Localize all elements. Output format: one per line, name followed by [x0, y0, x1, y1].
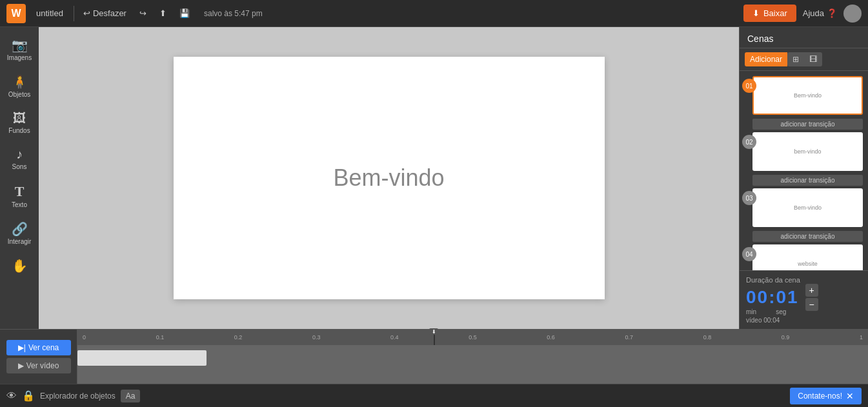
download-icon: ⬇ — [752, 8, 760, 18]
redo-icon: ↪ — [139, 8, 146, 18]
timeline-left: ▶| Ver cena ▶ Ver vídeo — [0, 330, 77, 384]
canvas-area: Bem-vindo — [39, 27, 739, 329]
scene-number-3: 03 — [742, 191, 756, 205]
track-block — [77, 350, 207, 366]
timeline-section: ▶| Ver cena ▶ Ver vídeo 0 0.1 0.2 0.3 0.… — [0, 329, 868, 384]
redo-button[interactable]: ↪ — [136, 6, 150, 21]
sidebar-item-objetos[interactable]: 🧍 Objetos — [0, 69, 39, 103]
duration-controls: 00:01 + − — [746, 284, 862, 311]
person-icon: 🧍 — [12, 74, 28, 90]
undo-button[interactable]: ↩ Desfazer — [79, 6, 130, 21]
scene-thumb-1[interactable]: Bem-vindo — [752, 76, 863, 115]
save-icon: 💾 — [179, 8, 190, 18]
ruler-bar[interactable]: 0 0.1 0.2 0.3 0.4 0.5 0.6 0.7 0.8 0.9 1 … — [77, 330, 868, 345]
download-button[interactable]: ⬇ Baixar — [743, 5, 796, 22]
scene-thumb-3[interactable]: Bem-vindo — [752, 188, 863, 227]
ver-cena-button[interactable]: ▶| Ver cena — [6, 340, 71, 355]
document-title: untitled — [31, 8, 68, 18]
sidebar-label-imagens: Imagens — [7, 54, 32, 61]
landscape-icon: 🖼 — [13, 111, 26, 126]
duration-units: min seg — [746, 308, 862, 315]
add-transition-2[interactable]: adicionar transição — [752, 175, 863, 186]
undo-icon: ↩ — [83, 8, 90, 18]
scene-thumb-text-3: Bem-vindo — [794, 204, 822, 211]
timeline-controls: ▶| Ver cena ▶ Ver vídeo 0 0.1 0.2 0.3 0.… — [0, 330, 868, 384]
sidebar-label-sons: Sons — [12, 163, 27, 170]
tab-grid[interactable]: ⊞ — [787, 52, 804, 66]
topbar: W untitled ↩ Desfazer ↪ ⬆ 💾 salvo às 5:4… — [0, 0, 868, 27]
timeline-ruler: 0 0.1 0.2 0.3 0.4 0.5 0.6 0.7 0.8 0.9 1 … — [77, 330, 868, 384]
sidebar-item-sons[interactable]: ♪ Sons — [0, 142, 39, 175]
sidebar-item-fundos[interactable]: 🖼 Fundos — [0, 106, 39, 139]
lock-icon[interactable]: 🔒 — [22, 390, 35, 402]
add-transition-3[interactable]: adicionar transição — [752, 231, 863, 242]
topbar-right: ⬇ Baixar Ajuda ❓ — [743, 5, 862, 23]
avatar[interactable] — [843, 5, 862, 23]
min-label: min — [746, 308, 756, 315]
scene-thumb-2[interactable]: bem-vindo — [752, 132, 863, 171]
scene-item-3[interactable]: 03 Bem-vindo — [745, 188, 863, 227]
explorer-label: Explorador de objetos — [40, 392, 116, 401]
playhead[interactable]: ⬇ — [434, 330, 435, 345]
camera-icon: 📷 — [12, 37, 28, 53]
close-icon[interactable]: ✕ — [846, 391, 854, 401]
scene-thumb-4[interactable]: website — [752, 244, 863, 270]
scene-number-1: 01 — [742, 79, 756, 93]
playhead-marker: ⬇ — [429, 328, 438, 335]
ruler-marks: 0 0.1 0.2 0.3 0.4 0.5 0.6 0.7 0.8 0.9 1 — [80, 334, 865, 341]
sidebar-label-interagir: Interagir — [8, 238, 32, 245]
sidebar-label-texto: Texto — [12, 201, 27, 208]
canvas-frame: Bem-vindo — [174, 57, 605, 299]
scene-thumb-text-4: website — [798, 261, 818, 267]
main-area: 📷 Imagens 🧍 Objetos 🖼 Fundos ♪ Sons T Te… — [0, 27, 868, 329]
sidebar-item-interagir[interactable]: 🔗 Interagir — [0, 216, 39, 250]
font-button[interactable]: Aa — [121, 390, 141, 402]
canvas-content-text: Bem-vindo — [333, 164, 444, 192]
left-sidebar: 📷 Imagens 🧍 Objetos 🖼 Fundos ♪ Sons T Te… — [0, 27, 39, 329]
duration-increase[interactable]: + — [805, 284, 818, 297]
sidebar-item-imagens[interactable]: 📷 Imagens — [0, 32, 39, 66]
hand-icon: ✋ — [12, 258, 28, 273]
scenes-list: 01 Bem-vindo adicionar transição 02 bem-… — [740, 71, 868, 270]
contate-button[interactable]: Contate-nos! ✕ — [790, 388, 862, 404]
help-icon[interactable]: ❓ — [827, 8, 837, 18]
scene-number-2: 02 — [742, 135, 756, 149]
scene-item-4[interactable]: 04 website — [745, 244, 863, 270]
bottom-bar: 👁 🔒 Explorador de objetos Aa Contate-nos… — [0, 384, 868, 407]
music-icon: ♪ — [16, 147, 23, 162]
duration-decrease[interactable]: − — [805, 298, 818, 311]
share-icon: ⬆ — [159, 8, 167, 18]
scene-thumb-text-1: Bem-vindo — [794, 92, 822, 99]
help-label: Ajuda — [803, 8, 824, 18]
link-icon: 🔗 — [12, 221, 28, 237]
text-icon: T — [15, 183, 25, 200]
seg-label: seg — [776, 308, 786, 315]
share-button[interactable]: ⬆ — [156, 6, 170, 21]
ver-video-label: Ver vídeo — [26, 361, 59, 370]
sidebar-label-fundos: Fundos — [8, 127, 30, 134]
video-duration: vídeo 00:04 — [746, 317, 862, 324]
help-section: Ajuda ❓ — [803, 8, 837, 18]
scene-item-2[interactable]: 02 bem-vindo — [745, 132, 863, 171]
logo[interactable]: W — [6, 4, 26, 23]
download-label: Baixar — [763, 8, 787, 18]
play-cena-icon: ▶| — [18, 343, 26, 352]
eye-icon[interactable]: 👁 — [6, 390, 17, 402]
track-area[interactable] — [77, 345, 868, 384]
add-transition-1[interactable]: adicionar transição — [752, 119, 863, 130]
separator — [74, 6, 74, 21]
play-video-icon: ▶ — [18, 361, 24, 370]
scene-thumb-text-2: bem-vindo — [794, 148, 821, 155]
scene-item-1[interactable]: 01 Bem-vindo — [745, 76, 863, 115]
tab-adicionar[interactable]: Adicionar — [745, 52, 787, 66]
duration-time: 00:01 — [746, 287, 799, 308]
sidebar-item-move[interactable]: ✋ — [0, 253, 39, 279]
scene-number-4: 04 — [742, 247, 756, 261]
sidebar-item-texto[interactable]: T Texto — [0, 178, 39, 213]
save-button[interactable]: 💾 — [176, 6, 194, 21]
tab-film[interactable]: 🎞 — [804, 52, 822, 66]
undo-label: Desfazer — [93, 8, 126, 18]
ver-video-button[interactable]: ▶ Ver vídeo — [6, 358, 71, 373]
contate-label: Contate-nos! — [798, 392, 842, 401]
duration-section: Duração da cena 00:01 + − min seg vídeo … — [740, 270, 868, 329]
